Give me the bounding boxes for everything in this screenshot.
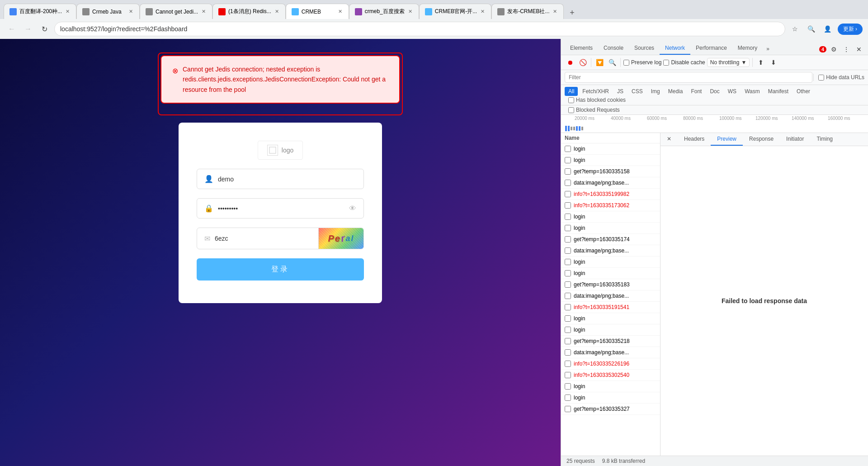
- detail-tab-headers[interactable]: Headers: [678, 133, 711, 146]
- reload-button[interactable]: ↻: [38, 23, 51, 35]
- item-checkbox[interactable]: [565, 315, 571, 322]
- tab-crmeb-official[interactable]: CRMEB官网-开... ✕: [419, 4, 491, 19]
- devtools-tab-memory[interactable]: Memory: [732, 42, 763, 55]
- list-item[interactable]: data:image/png;base...: [561, 177, 660, 189]
- list-item[interactable]: info?t=1630335226196: [561, 358, 660, 370]
- list-item[interactable]: login: [561, 155, 660, 166]
- devtools-undock-icon[interactable]: ✕: [854, 44, 864, 55]
- captcha-image[interactable]: Pe r al: [318, 228, 363, 249]
- tab-close-icon[interactable]: ✕: [407, 8, 413, 15]
- tab-close-icon[interactable]: ✕: [480, 8, 486, 15]
- item-checkbox[interactable]: [565, 406, 571, 412]
- tab-crmeb-java[interactable]: Crmeb Java ✕: [76, 4, 140, 19]
- list-item[interactable]: info?t=1630335173062: [561, 200, 660, 211]
- list-item[interactable]: get?temp=1630335174: [561, 234, 660, 245]
- tab-baidu[interactable]: 百度翻译-200种... ✕: [4, 4, 76, 19]
- address-bar[interactable]: localhost:9527/login?redirect=%2Fdashboa…: [54, 22, 785, 36]
- detail-close-button[interactable]: ✕: [660, 133, 678, 146]
- devtools-tab-performance[interactable]: Performance: [690, 42, 732, 55]
- list-item[interactable]: get?temp=1630335158: [561, 166, 660, 177]
- tab-close-icon[interactable]: ✕: [337, 8, 343, 15]
- tab-close-icon[interactable]: ✕: [65, 8, 71, 15]
- filter-all[interactable]: All: [565, 87, 578, 96]
- item-checkbox[interactable]: [565, 259, 571, 265]
- item-checkbox[interactable]: [565, 361, 571, 367]
- list-item[interactable]: info?t=1630335302540: [561, 370, 660, 381]
- export-icon[interactable]: ⬇: [768, 57, 779, 68]
- new-tab-button[interactable]: +: [566, 6, 578, 19]
- item-checkbox[interactable]: [565, 225, 571, 231]
- item-checkbox[interactable]: [565, 293, 571, 299]
- detail-tab-response[interactable]: Response: [743, 133, 780, 146]
- detail-tab-initiator[interactable]: Initiator: [780, 133, 810, 146]
- forward-button[interactable]: →: [22, 23, 34, 35]
- filter-input[interactable]: [569, 74, 808, 81]
- item-checkbox[interactable]: [565, 168, 571, 175]
- devtools-tab-sources[interactable]: Sources: [629, 42, 660, 55]
- disable-cache-checkbox[interactable]: Disable cache: [663, 59, 705, 66]
- list-item[interactable]: info?t=1630335199982: [561, 189, 660, 200]
- item-checkbox[interactable]: [565, 327, 571, 333]
- detail-tab-timing[interactable]: Timing: [810, 133, 839, 146]
- preserve-log-checkbox[interactable]: Preserve log: [623, 59, 661, 66]
- detail-tab-preview[interactable]: Preview: [711, 133, 743, 146]
- item-checkbox[interactable]: [565, 214, 571, 220]
- back-button[interactable]: ←: [5, 23, 18, 35]
- bookmark-button[interactable]: ☆: [789, 23, 802, 35]
- list-item[interactable]: data:image/png;base...: [561, 290, 660, 302]
- tab-jedis[interactable]: Cannot get Jedi... ✕: [140, 4, 212, 19]
- blocked-requests-checkbox[interactable]: Blocked Requests: [568, 107, 864, 113]
- tab-close-icon[interactable]: ✕: [274, 8, 280, 15]
- blocked-requests-input[interactable]: [568, 107, 574, 113]
- item-checkbox[interactable]: [565, 146, 571, 152]
- tab-baidu-search[interactable]: crmeb_百度搜索 ✕: [349, 4, 419, 19]
- list-item[interactable]: login: [561, 392, 660, 404]
- list-item[interactable]: get?temp=1630335327: [561, 404, 660, 415]
- filter-input-wrap[interactable]: [565, 72, 812, 83]
- password-input[interactable]: [218, 205, 344, 212]
- record-button[interactable]: ⏺: [565, 57, 576, 68]
- item-checkbox[interactable]: [565, 180, 571, 186]
- item-checkbox[interactable]: [565, 281, 571, 288]
- filter-other[interactable]: Other: [793, 87, 814, 96]
- filter-wasm[interactable]: Wasm: [741, 87, 764, 96]
- tab-crmeb-active[interactable]: CRMEB ✕: [286, 4, 349, 19]
- update-button[interactable]: 更新 ›: [838, 24, 863, 35]
- devtools-more-icon[interactable]: ⋮: [841, 44, 852, 55]
- show-password-icon[interactable]: 👁: [349, 204, 356, 213]
- list-item[interactable]: get?temp=1630335218: [561, 336, 660, 347]
- tab-close-icon[interactable]: ✕: [552, 8, 558, 15]
- item-checkbox[interactable]: [565, 338, 571, 344]
- list-item[interactable]: get?temp=1630335183: [561, 279, 660, 290]
- list-item[interactable]: login: [561, 268, 660, 279]
- devtools-tab-console[interactable]: Console: [598, 42, 629, 55]
- search-icon[interactable]: 🔍: [607, 57, 618, 68]
- has-blocked-cookies-input[interactable]: [568, 97, 574, 103]
- item-checkbox[interactable]: [565, 372, 571, 378]
- login-button[interactable]: 登录: [197, 258, 364, 281]
- tab-close-icon[interactable]: ✕: [128, 8, 134, 15]
- import-icon[interactable]: ⬆: [755, 57, 766, 68]
- filter-font[interactable]: Font: [687, 87, 705, 96]
- list-item[interactable]: login: [561, 381, 660, 392]
- filter-xhr[interactable]: Fetch/XHR: [579, 87, 613, 96]
- filter-doc[interactable]: Doc: [706, 87, 723, 96]
- item-checkbox[interactable]: [565, 270, 571, 276]
- item-checkbox[interactable]: [565, 247, 571, 254]
- devtools-more-tabs[interactable]: »: [763, 43, 773, 55]
- captcha-input[interactable]: [215, 235, 311, 242]
- list-item[interactable]: login: [561, 257, 660, 268]
- tab-publish[interactable]: 发布-CRMEB社... ✕: [491, 4, 564, 19]
- item-checkbox[interactable]: [565, 349, 571, 356]
- filter-ws[interactable]: WS: [724, 87, 740, 96]
- list-item[interactable]: login: [561, 324, 660, 336]
- list-item[interactable]: login: [561, 211, 660, 223]
- item-checkbox[interactable]: [565, 383, 571, 390]
- disable-cache-input[interactable]: [663, 60, 669, 66]
- item-checkbox[interactable]: [565, 304, 571, 310]
- filter-js[interactable]: JS: [613, 87, 627, 96]
- item-checkbox[interactable]: [565, 157, 571, 163]
- clear-button[interactable]: 🚫: [577, 57, 588, 68]
- devtools-tab-network[interactable]: Network: [660, 42, 690, 55]
- list-item[interactable]: login: [561, 143, 660, 155]
